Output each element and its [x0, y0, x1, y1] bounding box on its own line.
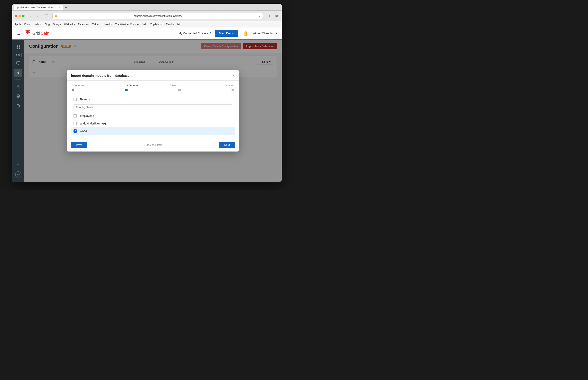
gridgain-kafka-mysql-checkbox[interactable] — [74, 122, 77, 125]
name-column-header[interactable]: Name ▲ — [80, 98, 90, 101]
bookmark-twitter[interactable]: Twitter — [92, 23, 99, 26]
sidebar-item-monitor[interactable] — [14, 59, 22, 67]
bookmark-bing[interactable]: Bing — [45, 23, 50, 26]
sidebar-item-logo-bottom[interactable]: IGN — [14, 170, 22, 179]
schema-row-employees[interactable]: employees — [71, 112, 235, 120]
sidebar-divider-1 — [15, 79, 21, 80]
browser-tab[interactable]: 🔶 GridGain Web Console - Management tool… — [14, 5, 63, 10]
prev-button[interactable]: Prev — [71, 142, 87, 148]
step-dot-tables — [178, 89, 181, 91]
share-button[interactable]: ⬆ — [266, 13, 272, 19]
svg-rect-3 — [17, 45, 18, 47]
step-dot-options — [231, 89, 234, 91]
step-line-1 — [74, 90, 125, 90]
sidebar-item-grid[interactable] — [14, 43, 22, 51]
minimize-traffic-light[interactable] — [19, 15, 21, 17]
sidebar-item-sql[interactable]: SQL — [15, 53, 22, 57]
hamburger-button[interactable]: ☰ — [16, 30, 21, 37]
back-button[interactable]: ‹ — [28, 13, 34, 19]
user-name: Akmal Chaudhri — [253, 32, 274, 35]
svg-point-12 — [17, 95, 20, 96]
step-line-3 — [181, 90, 231, 90]
selected-info: 1 of 3 selected — [144, 143, 162, 146]
close-traffic-light[interactable] — [15, 15, 17, 17]
wizard-steps-container: Connection Schemas Tables Options — [67, 81, 239, 93]
bookmark-reading-list[interactable]: Reading List › — [166, 23, 181, 26]
notification-button[interactable]: 🔔 — [242, 30, 250, 37]
schema-row-gridgain-kafka-mysql[interactable]: gridgain-kafka-mysql — [71, 120, 235, 127]
app-header: ☰ GridGain My Connected Clusters: 0 — [12, 27, 282, 40]
modal-close-button[interactable]: × — [233, 74, 235, 77]
tab-close-button[interactable]: × — [59, 6, 61, 9]
user-menu[interactable]: Akmal Chaudhri ▼ — [253, 32, 278, 35]
svg-rect-5 — [17, 47, 18, 49]
gridgain-logo: GridGain — [25, 29, 50, 38]
world-name: world — [80, 129, 87, 133]
step-options-label: Options — [193, 84, 234, 87]
sidebar-item-settings[interactable] — [14, 82, 22, 90]
traffic-lights — [15, 15, 25, 17]
modal-body: Name ▲ — [67, 93, 239, 138]
sidebar-item-storage[interactable] — [14, 92, 22, 100]
svg-rect-2 — [45, 17, 48, 18]
filter-row — [71, 103, 235, 112]
step-connection-label: Connection — [72, 84, 113, 87]
modal-overlay[interactable]: Import domain models from database × Con… — [24, 40, 282, 182]
world-checkbox[interactable]: ✓ — [74, 129, 77, 133]
svg-point-10 — [18, 72, 19, 74]
user-menu-arrow: ▼ — [275, 32, 278, 35]
schema-row-world[interactable]: ✓ world — [71, 127, 235, 135]
sidebar-toggle-button[interactable] — [43, 13, 49, 19]
bookmark-tripadvisor[interactable]: TripAdvisor — [151, 23, 163, 26]
bookmark-icloud[interactable]: iCloud — [24, 23, 31, 26]
connected-count-link[interactable]: 0 — [210, 32, 211, 35]
connected-clusters-label: My Connected Clusters: 0 — [179, 32, 211, 35]
modal-header: Import domain models from database × — [67, 70, 239, 81]
step-schemas-label: Schemas — [113, 84, 153, 87]
schema-table-header: Name ▲ — [71, 96, 235, 103]
sort-arrow-icon: ▲ — [88, 98, 90, 100]
step-dot-connection — [72, 89, 74, 91]
bookmark-linkedin[interactable]: LinkedIn — [103, 23, 112, 26]
step-tables-label: Tables — [153, 84, 193, 87]
employees-name: employees — [80, 114, 94, 117]
step-line-2 — [128, 90, 178, 90]
bookmark-yahoo[interactable]: Yahoo — [35, 23, 41, 26]
sidebar: SQL — [12, 40, 24, 182]
page-content: Configuration IGNITE ? Create Cluster Co… — [24, 40, 282, 182]
schema-filter-input[interactable] — [74, 104, 232, 110]
bookmark-facebook[interactable]: Facebook — [78, 23, 89, 26]
bookmark-apple[interactable]: Apple — [15, 23, 21, 26]
sidebar-item-download[interactable] — [14, 161, 22, 169]
address-bar[interactable]: 🔒 console.gridgain.com/configuration/ove… — [52, 13, 263, 19]
next-button[interactable]: Next — [219, 142, 235, 148]
forward-button[interactable]: › — [34, 13, 40, 19]
url-text: console.gridgain.com/configuration/overv… — [59, 15, 257, 18]
modal-footer: Prev 1 of 3 selected Next — [67, 138, 239, 152]
svg-rect-7 — [17, 62, 20, 64]
svg-rect-0 — [45, 15, 48, 15]
new-window-button[interactable]: ⧉ — [274, 13, 279, 19]
tab-title: GridGain Web Console - Management tool a… — [20, 6, 58, 9]
sidebar-item-watch[interactable] — [14, 102, 22, 110]
sidebar-item-config[interactable] — [14, 69, 22, 77]
maximize-traffic-light[interactable] — [22, 15, 25, 17]
svg-rect-4 — [19, 45, 20, 47]
bookmark-google[interactable]: Google — [53, 23, 61, 26]
start-demo-button[interactable]: Start Demo — [215, 30, 238, 37]
import-modal: Import domain models from database × Con… — [67, 70, 239, 152]
modal-title: Import domain models from database — [71, 74, 129, 77]
header-checkbox[interactable] — [74, 98, 77, 101]
new-tab-button[interactable]: + — [63, 5, 69, 10]
tab-favicon: 🔶 — [16, 6, 19, 9]
svg-point-11 — [18, 86, 19, 87]
bookmark-yelp[interactable]: Yelp — [142, 23, 147, 26]
bookmarks-bar: Apple iCloud Yahoo Bing Google Wikipedia… — [12, 21, 282, 27]
reload-icon[interactable]: ↻ — [258, 14, 261, 18]
bookmark-wikipedia[interactable]: Wikipedia — [64, 23, 75, 26]
bookmark-weather[interactable]: The Weather Channel — [115, 23, 139, 26]
step-dot-schemas — [125, 89, 128, 91]
lock-icon: 🔒 — [55, 15, 57, 17]
svg-rect-1 — [45, 16, 48, 16]
employees-checkbox[interactable] — [74, 114, 77, 117]
